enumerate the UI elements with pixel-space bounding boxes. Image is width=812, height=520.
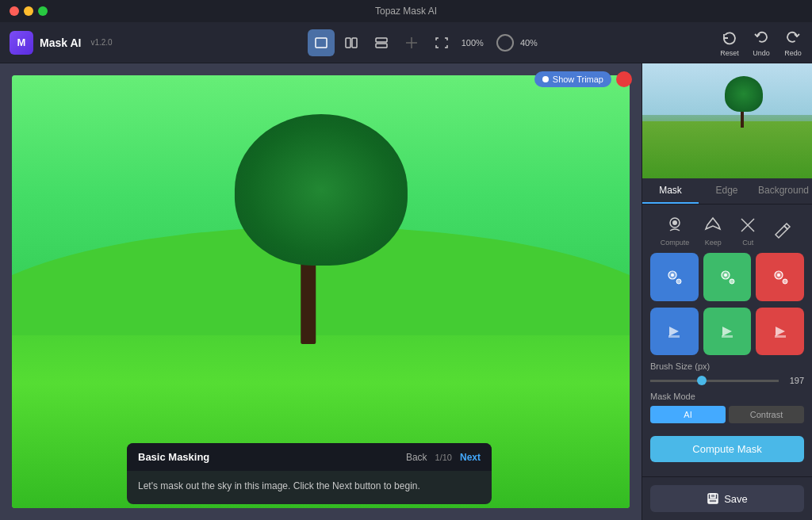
redo-label: Redo — [784, 49, 802, 57]
close-button[interactable] — [10, 6, 19, 16]
zoom-circle — [496, 34, 514, 52]
mask-mode-ai-button[interactable]: AI — [650, 406, 726, 423]
mask-mode-btns: AI Contrast — [650, 406, 804, 423]
svg-point-16 — [777, 273, 780, 277]
window-title: Topaz Mask AI — [375, 6, 437, 17]
brush-red-cut[interactable] — [756, 253, 804, 301]
title-bar: Topaz Mask AI — [0, 0, 812, 22]
cut-tool[interactable]: Cut — [737, 214, 759, 247]
main-toolbar: M Mask AI v1.2.0 — [0, 22, 812, 63]
panel-tabs: Mask Edge Background — [642, 178, 812, 205]
svg-rect-18 — [668, 335, 680, 338]
show-trimap-button[interactable]: Show Trimap — [534, 71, 611, 87]
svg-point-17 — [783, 279, 787, 284]
trimap-icon — [542, 76, 549, 82]
svg-rect-2 — [352, 38, 357, 48]
save-icon — [707, 492, 719, 505]
save-label: Save — [724, 493, 748, 505]
fill-blue-compute[interactable] — [650, 308, 699, 356]
reset-icon — [720, 29, 739, 48]
compute-mask-button[interactable]: Compute Mask — [650, 436, 804, 462]
view-split-v-button[interactable] — [368, 29, 395, 56]
svg-rect-19 — [722, 335, 733, 338]
save-section: Save — [642, 476, 812, 520]
thumb-canopy — [725, 76, 763, 112]
svg-rect-4 — [376, 44, 387, 48]
record-button[interactable] — [616, 71, 632, 87]
tool-grid-row2 — [650, 308, 804, 356]
undo-icon — [752, 29, 771, 48]
minimize-button[interactable] — [24, 6, 33, 16]
fit-button[interactable] — [428, 29, 455, 56]
tab-edge[interactable]: Edge — [699, 178, 755, 204]
keep-tool[interactable]: Keep — [702, 214, 724, 247]
svg-point-10 — [671, 273, 674, 277]
keep-label: Keep — [705, 239, 722, 247]
keep-icon — [702, 214, 724, 236]
tool-icon-row: Compute Keep — [650, 214, 804, 247]
brush-size-slider[interactable] — [650, 380, 779, 382]
cut-icon — [737, 214, 759, 236]
tutorial-back-button[interactable]: Back — [406, 452, 427, 463]
reset-action[interactable]: Reset — [720, 29, 739, 57]
undo-action[interactable]: Undo — [752, 29, 771, 57]
tutorial-next-button[interactable]: Next — [460, 452, 481, 463]
brush-slider-row: 197 — [650, 376, 804, 385]
view-single-button[interactable] — [308, 29, 335, 56]
mask-mode-contrast-button[interactable]: Contrast — [729, 406, 804, 423]
fill-green-keep[interactable] — [703, 308, 752, 356]
save-button[interactable]: Save — [650, 485, 804, 512]
tutorial-body: Let's mask out the sky in this image. Cl… — [127, 471, 492, 504]
redo-icon — [783, 29, 802, 48]
pencil-tool[interactable] — [772, 220, 794, 242]
tutorial-popup: Basic Masking Back 1/10 Next Let's mask … — [127, 443, 492, 504]
show-trimap-label: Show Trimap — [553, 75, 603, 84]
view-split-h-button[interactable] — [338, 29, 365, 56]
svg-point-13 — [724, 273, 727, 277]
tutorial-nav: Back 1/10 Next — [406, 452, 481, 463]
toolbar-right: Reset Undo Redo — [720, 29, 802, 57]
tutorial-title: Basic Masking — [138, 451, 209, 463]
app-logo: M Mask AI v1.2.0 — [10, 31, 113, 55]
fill-red-cut[interactable] — [756, 308, 804, 356]
svg-point-6 — [672, 220, 677, 225]
tutorial-header: Basic Masking Back 1/10 Next — [127, 443, 492, 471]
traffic-lights — [10, 6, 48, 16]
panel-tools: Compute Keep — [642, 205, 812, 476]
svg-rect-0 — [316, 38, 327, 48]
toolbar-center: 100% 40% — [128, 29, 720, 56]
brush-green-keep[interactable] — [703, 253, 752, 301]
undo-label: Undo — [753, 49, 770, 57]
mask-mode-section: Mask Mode AI Contrast — [650, 392, 804, 423]
compute-icon — [664, 214, 686, 236]
compute-label: Compute — [661, 239, 690, 247]
thumb-ground — [642, 121, 812, 179]
tutorial-progress: 1/10 — [435, 453, 452, 462]
pencil-icon — [772, 220, 794, 242]
tutorial-body-text: Let's mask out the sky in this image. Cl… — [138, 479, 481, 493]
svg-point-14 — [730, 279, 734, 284]
mask-mode-label: Mask Mode — [650, 392, 804, 401]
tab-mask[interactable]: Mask — [642, 178, 699, 204]
brush-blue-compute[interactable] — [650, 253, 699, 301]
content-area: Show Trimap — [0, 63, 812, 520]
app-logo-icon: M — [10, 31, 33, 55]
canvas-area: Show Trimap — [0, 63, 642, 520]
tab-background[interactable]: Background — [755, 178, 812, 204]
svg-rect-22 — [710, 494, 715, 498]
brush-size-section: Brush Size (px) 197 — [650, 361, 804, 385]
svg-rect-3 — [376, 38, 387, 42]
compute-tool[interactable]: Compute — [661, 214, 690, 247]
reset-label: Reset — [720, 49, 739, 57]
svg-rect-20 — [775, 335, 786, 338]
app-version: v1.2.0 — [90, 38, 112, 47]
thumbnail-scene — [642, 63, 812, 178]
pan-button[interactable] — [398, 29, 425, 56]
redo-action[interactable]: Redo — [783, 29, 802, 57]
brush-size-value: 197 — [785, 376, 804, 385]
svg-point-11 — [676, 279, 681, 284]
right-panel: Mask Edge Background Compute — [642, 63, 812, 520]
maximize-button[interactable] — [38, 6, 48, 16]
svg-rect-23 — [709, 499, 717, 503]
thumbnail — [642, 63, 812, 178]
